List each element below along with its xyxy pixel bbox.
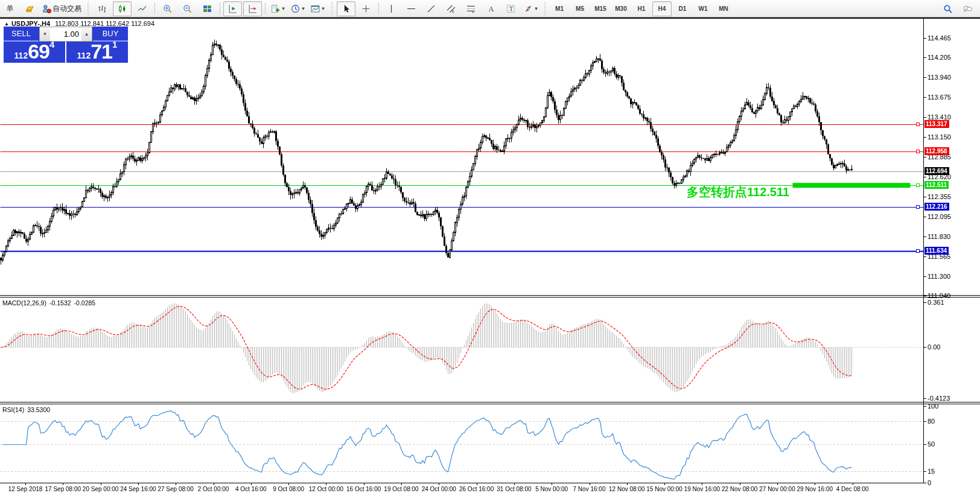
time-axis-tick	[740, 483, 740, 485]
macd-axis-tick: 0.361	[928, 299, 944, 306]
order-book-icon-button[interactable]	[21, 1, 39, 16]
candlestick-button[interactable]	[113, 1, 132, 16]
autotrading-button[interactable]: 自动交易	[40, 1, 83, 16]
rsi-chart[interactable]	[0, 404, 923, 483]
chart-shift-button[interactable]	[243, 1, 262, 16]
timeframe-d1[interactable]: D1	[673, 1, 692, 16]
svg-text:E: E	[452, 10, 454, 13]
trendline-button[interactable]	[422, 1, 441, 16]
timeframe-m1[interactable]: M1	[550, 1, 569, 16]
vertical-line-button[interactable]	[382, 1, 401, 16]
trendline-icon	[427, 4, 436, 13]
cursor-icon	[342, 4, 351, 13]
crosshair-button[interactable]	[357, 1, 375, 16]
time-axis-label: 29 Nov 16:00	[797, 486, 833, 492]
collapse-triangle-icon[interactable]: ▲	[4, 21, 9, 27]
indicators-icon	[271, 4, 280, 13]
time-axis-label: 27 Nov 00:00	[759, 486, 795, 492]
order-book-icon-icon	[25, 4, 34, 13]
macd-pane[interactable]	[0, 297, 923, 402]
equidistant-channel-button[interactable]: E	[442, 1, 460, 16]
price-chart-pane[interactable]	[0, 19, 923, 295]
chat-button[interactable]	[958, 1, 977, 16]
new-order-button[interactable]: 单	[1, 1, 19, 16]
buy-price: 112711	[66, 41, 128, 62]
zoom-out-button[interactable]	[178, 1, 197, 16]
volume-down-button[interactable]: ▼	[40, 27, 50, 41]
fibonacci-icon: F	[466, 4, 476, 13]
fibonacci-button[interactable]: F	[462, 1, 480, 16]
timeframe-m30[interactable]: M30	[611, 1, 631, 16]
bar-chart-button[interactable]	[93, 1, 112, 16]
candlestick-chart[interactable]	[0, 19, 923, 295]
search-button[interactable]	[938, 1, 957, 16]
vertical-line-icon	[387, 4, 396, 13]
price-axis-tick: 112.095	[928, 213, 951, 220]
timeframe-m5[interactable]: M5	[570, 1, 590, 16]
time-axis-label: 16 Oct 16:00	[346, 486, 381, 492]
crosshair-icon	[361, 4, 371, 13]
price-axis-tick: 114.465	[928, 34, 951, 42]
volume-spinner: ▼ ▲	[39, 27, 92, 42]
price-level-badge: 113.317	[924, 120, 949, 128]
toolbar-drag-handle[interactable]	[544, 2, 546, 15]
candlestick-icon	[118, 4, 127, 13]
price-axis-tick: 113.940	[928, 74, 951, 81]
line-chart-button[interactable]	[133, 1, 151, 16]
tile-windows-button[interactable]	[198, 1, 217, 16]
sell-button[interactable]: SELL	[4, 27, 39, 42]
time-axis-label: 5 Nov 00:00	[535, 486, 568, 492]
timeframe-mn[interactable]: MN	[714, 1, 733, 16]
cursor-button[interactable]	[337, 1, 355, 16]
auto-scroll-button[interactable]	[223, 1, 242, 16]
search-icon	[943, 4, 952, 13]
templates-button[interactable]: ▾	[308, 1, 327, 16]
time-axis-label: 12 Oct 00:00	[309, 486, 343, 492]
time-axis-label: 19 Nov 16:00	[684, 486, 721, 492]
time-axis-label: 4 Dec 08:00	[836, 486, 869, 492]
macd-axis-tick: -0.4123	[928, 395, 950, 402]
text-button[interactable]: A	[482, 1, 500, 16]
indicators-button[interactable]: ▾	[269, 1, 287, 16]
price-level-badge: 112.511	[924, 181, 949, 189]
toolbar-separator	[154, 2, 155, 14]
time-axis-tick	[853, 483, 853, 485]
chat-icon	[963, 4, 972, 13]
rsi-pane[interactable]	[0, 404, 923, 483]
timeframe-m15[interactable]: M15	[591, 1, 610, 16]
time-axis-tick	[176, 483, 176, 485]
time-axis-tick	[326, 483, 326, 485]
time-axis-tick	[590, 483, 590, 485]
arrows-button[interactable]: ▾	[521, 1, 540, 16]
line-chart-icon	[138, 4, 147, 13]
time-axis-label: 22 Nov 08:00	[722, 486, 758, 492]
time-axis-tick	[664, 483, 665, 485]
timeframe-w1[interactable]: W1	[693, 1, 713, 16]
time-axis-label: 4 Oct 16:00	[235, 486, 267, 492]
text-label-icon: T	[506, 4, 515, 13]
volume-up-button[interactable]: ▲	[81, 27, 92, 41]
periods-button[interactable]: ▾	[288, 1, 307, 16]
timeframe-h4[interactable]: H4	[652, 1, 672, 16]
toolbar-drag-handle[interactable]	[87, 2, 89, 15]
text-label-button[interactable]: T	[501, 1, 520, 16]
buy-button[interactable]: BUY	[93, 27, 128, 42]
rsi-axis-tick: 50	[928, 440, 935, 448]
horizontal-line-button[interactable]	[402, 1, 421, 16]
time-axis-tick	[702, 483, 702, 485]
time-axis-tick	[477, 483, 477, 485]
zoom-in-button[interactable]	[158, 1, 177, 16]
macd-chart[interactable]	[0, 297, 923, 402]
time-axis-label: 12 Nov 08:00	[609, 486, 645, 492]
toolbar-drag-handle[interactable]	[331, 2, 333, 15]
timeframe-h1[interactable]: H1	[632, 1, 651, 16]
time-axis-tick	[251, 483, 252, 485]
caret-down-icon: ▾	[302, 5, 305, 11]
pivot-annotation-text: 多空转折点112.511	[687, 184, 789, 200]
time-axis-tick	[288, 483, 289, 485]
rsi-axis-tick: 80	[928, 418, 935, 425]
volume-input[interactable]	[50, 27, 81, 41]
price-level-badge: 112.958	[924, 147, 949, 155]
time-axis-tick	[214, 483, 214, 485]
toolbar: 单自动交易▾▾▾EFAT▾M1M5M15M30H1H4D1W1MN	[0, 0, 980, 17]
